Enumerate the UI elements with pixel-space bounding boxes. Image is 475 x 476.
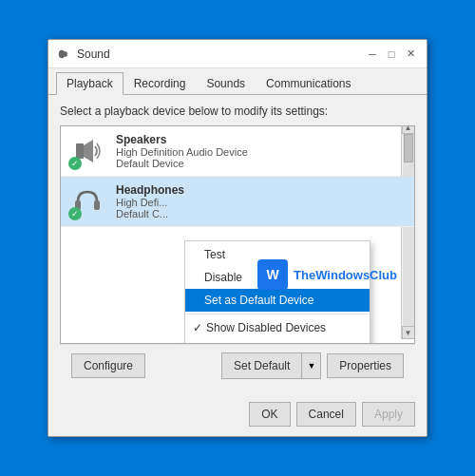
watermark: W TheWindowsClub <box>257 259 397 290</box>
tab-playback[interactable]: Playback <box>56 72 124 95</box>
sound-dialog: Sound ─ □ ✕ Playback Recording Sounds Co… <box>48 39 428 437</box>
default-check-speakers: ✓ <box>68 157 82 170</box>
device-actions-bar: Configure Set Default ▼ Properties <box>60 344 415 387</box>
apply-button[interactable]: Apply <box>362 402 415 427</box>
maximize-button[interactable]: □ <box>383 46 400 63</box>
speakers-info: Speakers High Definition Audio Device De… <box>116 133 407 169</box>
watermark-logo: W <box>257 259 288 290</box>
svg-rect-5 <box>94 200 100 210</box>
watermark-text: TheWindowsClub <box>294 268 397 282</box>
scroll-up[interactable]: ▲ <box>402 125 415 134</box>
headphones-info: Headphones High Defi... Default C... <box>116 183 407 219</box>
tab-communications[interactable]: Communications <box>256 72 361 95</box>
set-default-arrow[interactable]: ▼ <box>302 353 320 378</box>
scroll-down[interactable]: ▼ <box>402 326 415 339</box>
tab-bar: Playback Recording Sounds Communications <box>48 68 427 95</box>
context-menu: Test Disable Set as Default Device ✓ Sho… <box>184 240 370 344</box>
set-default-button[interactable]: Set Default <box>222 353 302 378</box>
headphones-desc2: Default C... <box>116 208 407 219</box>
headphones-desc1: High Defi... <box>116 197 407 208</box>
ctx-show-disabled-label: Show Disabled Devices <box>206 321 326 334</box>
window-controls: ─ □ ✕ <box>364 46 419 63</box>
headphones-icon-container: ✓ <box>68 182 106 220</box>
scroll-track <box>403 134 414 326</box>
speakers-icon-container: ✓ <box>68 132 106 170</box>
headphones-name: Headphones <box>116 183 407 197</box>
speakers-desc2: Default Device <box>116 158 407 169</box>
svg-rect-1 <box>65 51 66 57</box>
instruction-text: Select a playback device below to modify… <box>60 105 415 118</box>
scroll-thumb[interactable] <box>404 134 413 162</box>
window-icon <box>56 47 71 62</box>
title-bar: Sound ─ □ ✕ <box>48 40 427 68</box>
configure-button[interactable]: Configure <box>71 353 145 378</box>
svg-marker-3 <box>84 140 93 162</box>
ctx-set-default[interactable]: Set as Default Device <box>185 289 370 312</box>
device-headphones[interactable]: ✓ Headphones High Defi... Default C... <box>61 177 414 227</box>
ctx-show-disconnected[interactable]: ✓ Show Disconnected Devices <box>185 339 370 344</box>
minimize-button[interactable]: ─ <box>364 46 381 63</box>
properties-button[interactable]: Properties <box>327 353 404 378</box>
tab-sounds[interactable]: Sounds <box>196 72 256 95</box>
scrollbar[interactable]: ▲ ▼ <box>401 125 414 339</box>
speakers-name: Speakers <box>116 133 407 146</box>
default-check-headphones: ✓ <box>68 207 82 220</box>
dialog-footer: OK Cancel Apply <box>48 396 427 436</box>
svg-point-0 <box>59 50 65 58</box>
speakers-desc1: High Definition Audio Device <box>116 146 407 158</box>
tab-content: Select a playback device below to modify… <box>48 95 427 396</box>
device-list: ✓ Speakers High Definition Audio Device … <box>60 125 415 344</box>
window-title: Sound <box>77 48 364 61</box>
cancel-button[interactable]: Cancel <box>296 402 356 427</box>
check-disabled-icon: ✓ <box>193 321 202 334</box>
device-speakers[interactable]: ✓ Speakers High Definition Audio Device … <box>61 126 414 177</box>
ok-button[interactable]: OK <box>249 402 290 427</box>
ctx-show-disabled[interactable]: ✓ Show Disabled Devices <box>185 316 370 339</box>
set-default-group: Set Default ▼ <box>221 352 321 379</box>
ctx-sep1 <box>185 314 370 314</box>
close-button[interactable]: ✕ <box>402 46 419 63</box>
tab-recording[interactable]: Recording <box>124 72 197 95</box>
